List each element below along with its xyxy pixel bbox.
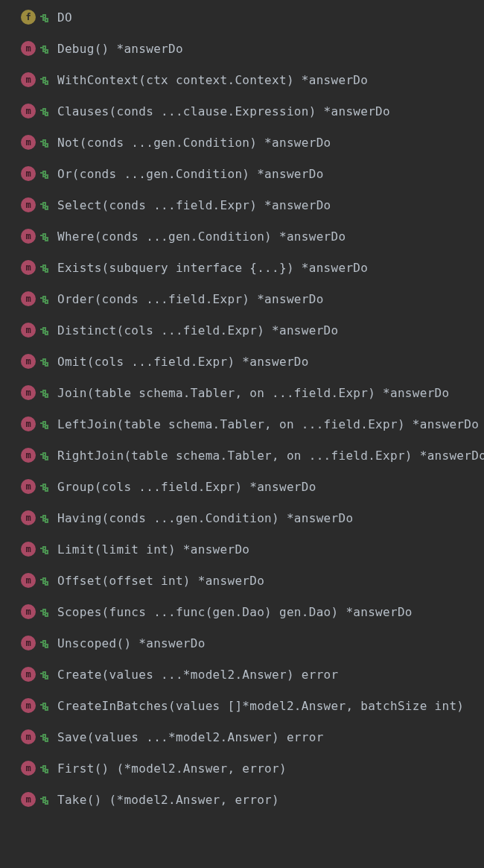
method-icon: m [21, 291, 36, 306]
method-icon: m [21, 729, 36, 744]
struct-icon [40, 388, 50, 398]
outline-item[interactable]: mOr(conds ...gen.Condition) *answerDo [0, 158, 484, 189]
outline-item[interactable]: mFirst() (*model2.Answer, error) [0, 753, 484, 784]
outline-item-label: Unscoped() *answerDo [57, 636, 206, 650]
method-icon: m [21, 41, 36, 56]
method-icon: m [21, 542, 36, 557]
outline-item[interactable]: mSelect(conds ...field.Expr) *answerDo [0, 189, 484, 221]
method-icon: m [21, 510, 36, 525]
struct-icon [40, 513, 50, 523]
outline-item[interactable]: mOrder(conds ...field.Expr) *answerDo [0, 283, 484, 314]
outline-item-label: DO [57, 10, 72, 25]
outline-item-label: CreateInBatches(values []*model2.Answer,… [57, 699, 464, 713]
outline-item-label: LeftJoin(table schema.Tabler, on ...fiel… [57, 417, 479, 431]
outline-item-label: Save(values ...*model2.Answer) error [57, 730, 324, 744]
method-icon: m [21, 197, 36, 212]
method-icon: m [21, 573, 36, 588]
struct-icon [40, 232, 50, 241]
outline-item-label: Create(values ...*model2.Answer) error [57, 668, 338, 682]
struct-icon [40, 138, 50, 148]
outline-item[interactable]: mWithContext(ctx context.Context) *answe… [0, 64, 484, 95]
outline-item[interactable]: mGroup(cols ...field.Expr) *answerDo [0, 471, 484, 502]
outline-item[interactable]: mDebug() *answerDo [0, 33, 484, 64]
struct-icon [40, 732, 50, 742]
outline-item-label: Order(conds ...field.Expr) *answerDo [57, 292, 324, 306]
outline-item-label: Distinct(cols ...field.Expr) *answerDo [57, 323, 338, 338]
field-icon: f [21, 10, 36, 25]
outline-item-label: Offset(offset int) *answerDo [57, 574, 264, 588]
method-icon: m [21, 260, 36, 275]
outline-item-label: Where(conds ...gen.Condition) *answerDo [57, 229, 346, 244]
method-icon: m [21, 72, 36, 87]
outline-item-label: RightJoin(table schema.Tabler, on ...fie… [57, 449, 484, 463]
struct-icon [40, 13, 50, 22]
method-icon: m [21, 604, 36, 619]
outline-item-label: Limit(limit int) *answerDo [57, 542, 249, 557]
outline-item-label: Having(conds ...gen.Condition) *answerDo [57, 511, 353, 525]
struct-icon [40, 670, 50, 679]
method-icon: m [21, 698, 36, 713]
method-icon: m [21, 354, 36, 369]
outline-item[interactable]: mLimit(limit int) *answerDo [0, 533, 484, 565]
struct-icon [40, 326, 50, 335]
struct-icon [40, 357, 50, 367]
outline-item[interactable]: mSave(values ...*model2.Answer) error [0, 721, 484, 753]
struct-icon [40, 639, 50, 648]
struct-icon [40, 200, 50, 210]
struct-icon [40, 607, 50, 617]
outline-item[interactable]: mDistinct(cols ...field.Expr) *answerDo [0, 314, 484, 346]
method-icon: m [21, 792, 36, 807]
outline-item[interactable]: fDO [0, 1, 484, 33]
method-icon: m [21, 104, 36, 118]
struct-icon [40, 795, 50, 805]
struct-icon [40, 701, 50, 711]
struct-icon [40, 451, 50, 460]
struct-icon [40, 169, 50, 179]
method-icon: m [21, 479, 36, 494]
struct-icon [40, 419, 50, 429]
method-icon: m [21, 761, 36, 776]
outline-item-label: First() (*model2.Answer, error) [57, 761, 287, 776]
outline-item-label: Take() (*model2.Answer, error) [57, 793, 279, 807]
method-icon: m [21, 667, 36, 682]
outline-item-label: Debug() *answerDo [57, 42, 183, 56]
outline-item-label: WithContext(ctx context.Context) *answer… [57, 73, 368, 87]
outline-item[interactable]: mTake() (*model2.Answer, error) [0, 784, 484, 815]
struct-icon [40, 294, 50, 304]
method-icon: m [21, 135, 36, 150]
struct-icon [40, 75, 50, 85]
outline-item[interactable]: mRightJoin(table schema.Tabler, on ...fi… [0, 440, 484, 471]
outline-item[interactable]: mCreateInBatches(values []*model2.Answer… [0, 690, 484, 721]
outline-item[interactable]: mOmit(cols ...field.Expr) *answerDo [0, 346, 484, 377]
outline-item-label: Omit(cols ...field.Expr) *answerDo [57, 355, 309, 369]
outline-item[interactable]: mHaving(conds ...gen.Condition) *answerD… [0, 502, 484, 533]
outline-item[interactable]: mLeftJoin(table schema.Tabler, on ...fie… [0, 408, 484, 440]
struct-icon [40, 576, 50, 586]
outline-item-label: Exists(subquery interface {...}) *answer… [57, 261, 368, 275]
outline-item[interactable]: mCreate(values ...*model2.Answer) error [0, 659, 484, 690]
outline-item-label: Or(conds ...gen.Condition) *answerDo [57, 167, 324, 181]
outline-item-label: Group(cols ...field.Expr) *answerDo [57, 480, 316, 494]
outline-item-label: Clauses(conds ...clause.Expression) *ans… [57, 104, 390, 118]
outline-item[interactable]: mWhere(conds ...gen.Condition) *answerDo [0, 221, 484, 252]
outline-item[interactable]: mOffset(offset int) *answerDo [0, 565, 484, 596]
struct-icon [40, 263, 50, 273]
outline-item[interactable]: mExists(subquery interface {...}) *answe… [0, 252, 484, 283]
outline-item-label: Select(conds ...field.Expr) *answerDo [57, 198, 331, 212]
struct-icon [40, 545, 50, 554]
outline-item[interactable]: mUnscoped() *answerDo [0, 627, 484, 659]
outline-item[interactable]: mClauses(conds ...clause.Expression) *an… [0, 95, 484, 127]
method-icon: m [21, 323, 36, 338]
method-icon: m [21, 448, 36, 463]
method-icon: m [21, 229, 36, 244]
structure-outline: fDOmDebug() *answerDomWithContext(ctx co… [0, 1, 484, 815]
struct-icon [40, 764, 50, 773]
method-icon: m [21, 385, 36, 400]
outline-item-label: Scopes(funcs ...func(gen.Dao) gen.Dao) *… [57, 605, 413, 619]
outline-item[interactable]: mJoin(table schema.Tabler, on ...field.E… [0, 377, 484, 408]
method-icon: m [21, 166, 36, 181]
struct-icon [40, 482, 50, 492]
outline-item-label: Join(table schema.Tabler, on ...field.Ex… [57, 386, 449, 400]
outline-item[interactable]: mNot(conds ...gen.Condition) *answerDo [0, 127, 484, 158]
outline-item[interactable]: mScopes(funcs ...func(gen.Dao) gen.Dao) … [0, 596, 484, 627]
